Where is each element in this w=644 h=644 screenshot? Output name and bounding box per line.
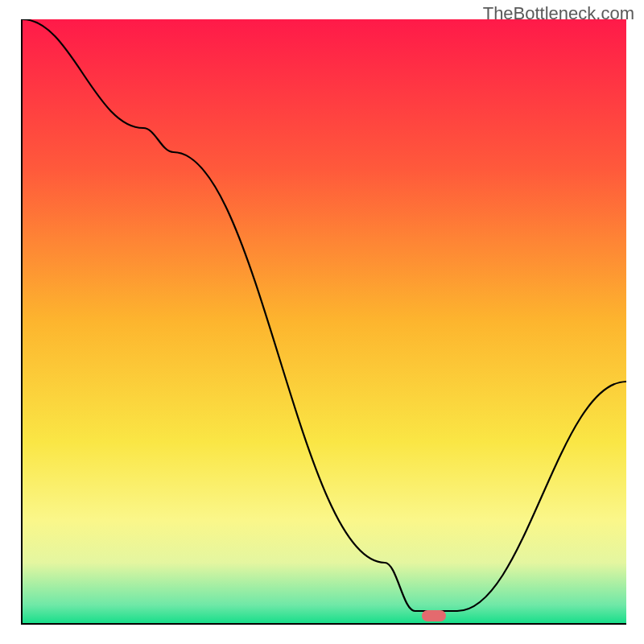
optimal-marker <box>422 610 446 621</box>
chart-panel <box>21 19 626 625</box>
watermark-text: TheBottleneck.com <box>483 3 634 24</box>
bottleneck-curve <box>23 19 626 623</box>
